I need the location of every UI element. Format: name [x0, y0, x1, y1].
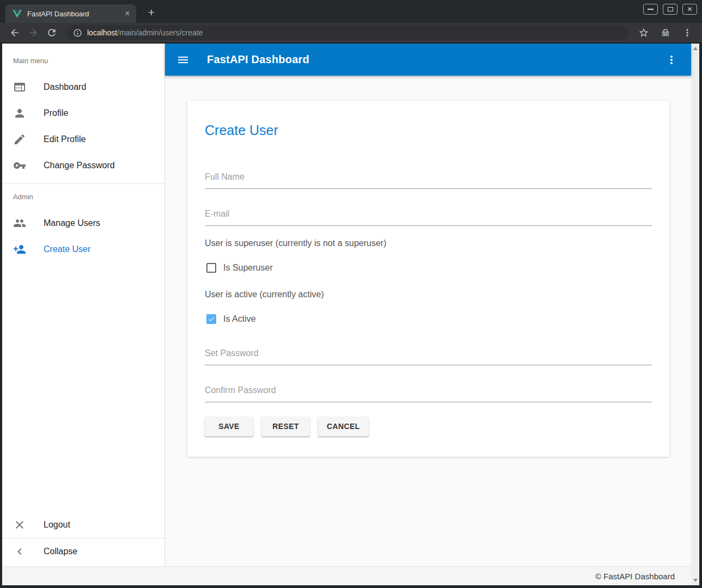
superuser-checkbox-label: Is Superuser	[223, 263, 273, 273]
group-icon	[13, 217, 26, 230]
incognito-avatar-icon[interactable]	[656, 24, 675, 41]
bookmark-star-icon[interactable]	[634, 24, 653, 41]
toolbar-actions	[634, 24, 697, 41]
hamburger-menu-icon[interactable]	[176, 53, 190, 66]
full-name-field-wrap	[205, 163, 652, 189]
scrollbar-down-arrow-icon[interactable]	[693, 579, 698, 582]
superuser-checkbox[interactable]	[206, 263, 216, 273]
set-password-input[interactable]	[205, 347, 652, 365]
page-scrollbar[interactable]	[691, 44, 699, 585]
confirm-password-input[interactable]	[205, 384, 652, 402]
main-area: FastAPI Dashboard Create User User is su…	[165, 44, 691, 566]
sidebar-item-profile[interactable]: Profile	[2, 100, 164, 126]
form-buttons: SAVE RESET CANCEL	[205, 416, 652, 436]
tab-title: FastAPI Dashboard	[27, 10, 122, 18]
site-info-icon[interactable]	[73, 28, 82, 38]
footer-copyright: © FastAPI Dashboard	[595, 572, 675, 581]
browser-toolbar: localhost/main/admin/users/create	[0, 23, 702, 44]
sidebar-item-label: Collapse	[44, 547, 77, 556]
sidebar-section-main-menu: Main menu	[2, 44, 164, 74]
superuser-checkbox-row[interactable]: Is Superuser	[205, 261, 652, 274]
create-user-card: Create User User is superuser (currently…	[187, 101, 669, 457]
sidebar-item-label: Logout	[44, 520, 70, 530]
key-icon	[13, 159, 26, 172]
full-name-input[interactable]	[205, 171, 652, 189]
sidebar-item-create-user[interactable]: Create User	[2, 236, 164, 262]
close-icon	[13, 518, 26, 531]
page-title: Create User	[205, 122, 652, 138]
active-checkbox-row[interactable]: Is Active	[205, 313, 652, 326]
reset-button[interactable]: RESET	[261, 416, 310, 436]
save-button[interactable]: SAVE	[205, 416, 253, 436]
app-bar-title: FastAPI Dashboard	[207, 53, 309, 66]
url-path: /main/admin/users/create	[117, 28, 203, 37]
reload-button[interactable]	[42, 24, 61, 41]
sidebar-section-admin: Admin	[2, 184, 164, 210]
url-host: localhost	[87, 28, 117, 37]
window-controls: ✕	[643, 4, 697, 15]
person-add-icon	[13, 243, 26, 256]
person-icon	[13, 107, 26, 120]
sidebar-item-manage-users[interactable]: Manage Users	[2, 210, 164, 236]
scrollbar-up-arrow-icon[interactable]	[693, 47, 698, 50]
superuser-note: User is superuser (currently is not a su…	[205, 237, 652, 249]
maximize-button[interactable]	[663, 4, 677, 15]
page: Main menu Dashboard Profile Edit Profile…	[2, 44, 699, 585]
sidebar-item-logout[interactable]: Logout	[2, 512, 164, 538]
back-button[interactable]	[5, 24, 24, 41]
close-window-button[interactable]: ✕	[682, 4, 697, 15]
confirm-password-field-wrap	[205, 377, 652, 402]
email-input[interactable]	[205, 208, 652, 226]
active-note: User is active (currently active)	[205, 289, 652, 301]
sidebar-item-label: Edit Profile	[44, 134, 86, 144]
sidebar-item-collapse[interactable]: Collapse	[2, 538, 164, 564]
sidebar: Main menu Dashboard Profile Edit Profile…	[2, 44, 165, 566]
sidebar-item-edit-profile[interactable]: Edit Profile	[2, 126, 164, 152]
cancel-button[interactable]: CANCEL	[318, 416, 369, 436]
pencil-icon	[13, 133, 26, 146]
forward-button[interactable]	[24, 24, 42, 41]
check-icon	[207, 315, 215, 323]
sidebar-item-label: Change Password	[44, 161, 115, 170]
active-checkbox-label: Is Active	[223, 314, 256, 324]
sidebar-item-change-password[interactable]: Change Password	[2, 152, 164, 179]
set-password-field-wrap	[205, 340, 652, 365]
sidebar-item-label: Manage Users	[44, 218, 100, 228]
content-area: Create User User is superuser (currently…	[165, 76, 691, 566]
dashboard-web-icon	[13, 81, 26, 94]
browser-menu-kebab-icon[interactable]	[678, 24, 697, 41]
sidebar-item-label: Create User	[44, 244, 90, 254]
url-text: localhost/main/admin/users/create	[87, 28, 203, 37]
browser-tab-bar: FastAPI Dashboard × + ✕	[0, 0, 702, 23]
active-checkbox[interactable]	[206, 314, 216, 324]
sidebar-item-label: Profile	[44, 108, 68, 118]
app-bar-kebab-icon[interactable]	[665, 53, 678, 66]
address-bar[interactable]: localhost/main/admin/users/create	[66, 25, 629, 40]
email-field-wrap	[205, 200, 652, 226]
app-bar: FastAPI Dashboard	[165, 44, 691, 76]
sidebar-item-label: Dashboard	[44, 82, 86, 92]
tab-close-icon[interactable]: ×	[122, 8, 133, 19]
page-footer: © FastAPI Dashboard	[2, 566, 691, 585]
sidebar-item-dashboard[interactable]: Dashboard	[2, 74, 164, 100]
chevron-left-icon	[13, 545, 26, 558]
new-tab-button[interactable]: +	[144, 5, 159, 21]
minimize-button[interactable]	[643, 4, 658, 15]
vue-logo-icon	[13, 10, 22, 18]
browser-tab[interactable]: FastAPI Dashboard ×	[5, 4, 136, 23]
